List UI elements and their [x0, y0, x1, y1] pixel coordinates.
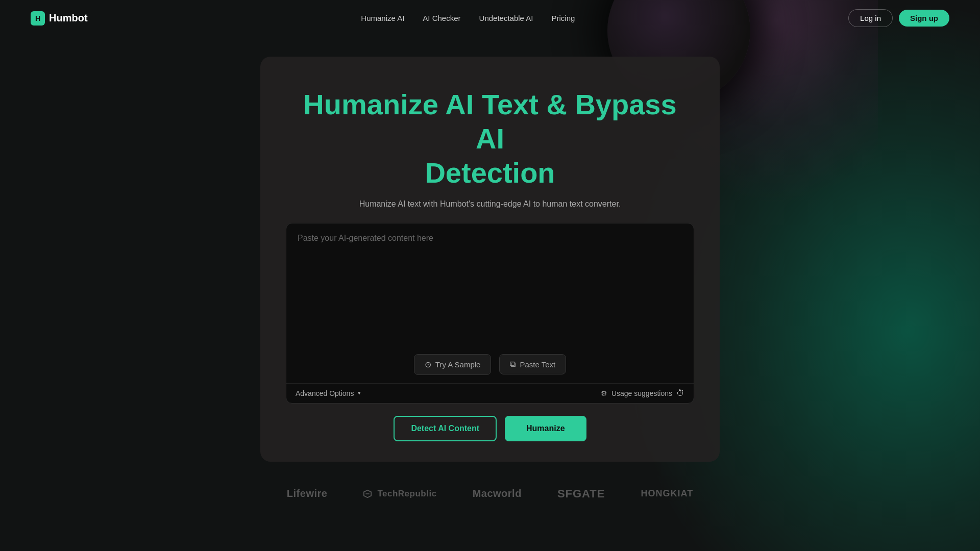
nav-undetectable-ai[interactable]: Undetectable AI: [479, 14, 533, 22]
brand-sfgate: SFGATE: [557, 487, 605, 500]
usage-suggestions-area: ⚙ Usage suggestions ⏱: [601, 389, 684, 398]
logo[interactable]: H Humbot: [31, 11, 88, 26]
hero-title-line1: Humanize AI Text & Bypass AI: [303, 88, 676, 155]
ai-text-input[interactable]: [286, 223, 694, 346]
try-sample-button[interactable]: ⊙ Try A Sample: [414, 354, 492, 375]
paste-text-button[interactable]: ⧉ Paste Text: [499, 354, 566, 374]
chevron-down-icon: ▾: [358, 390, 361, 396]
nav-pricing[interactable]: Pricing: [551, 14, 575, 22]
usage-suggestions-label: Usage suggestions: [611, 389, 672, 397]
logo-icon: H: [31, 11, 45, 26]
brand-techrepublic: TechRepublic: [363, 489, 436, 499]
detect-ai-button[interactable]: Detect AI Content: [394, 416, 497, 441]
paste-text-label: Paste Text: [520, 360, 555, 369]
paste-icon: ⧉: [510, 360, 516, 369]
login-button[interactable]: Log in: [848, 9, 893, 27]
signup-button[interactable]: Sign up: [899, 10, 949, 27]
usage-icon: ⚙: [601, 389, 607, 397]
brand-macworld: Macworld: [473, 488, 522, 499]
humanize-button[interactable]: Humanize: [505, 416, 586, 441]
brand-hongkiat: HONGKIAT: [641, 488, 693, 499]
nav-ai-checker[interactable]: AI Checker: [423, 14, 460, 22]
history-icon[interactable]: ⏱: [676, 389, 684, 398]
textarea-actions: ⊙ Try A Sample ⧉ Paste Text: [286, 346, 694, 383]
nav-actions: Log in Sign up: [848, 9, 949, 27]
brands-section: Lifewire TechRepublic Macworld SFGATE HO…: [0, 487, 980, 500]
nav-links: Humanize AI AI Checker Undetectable AI P…: [361, 14, 575, 22]
action-buttons: Detect AI Content Humanize: [394, 416, 586, 441]
sample-icon: ⊙: [425, 360, 431, 369]
hero-title-line2: Detection: [425, 157, 555, 189]
hero-card: Humanize AI Text & Bypass AI Detection H…: [260, 57, 720, 462]
advanced-options-label: Advanced Options: [296, 389, 354, 397]
text-input-box: ⊙ Try A Sample ⧉ Paste Text Advanced Opt…: [286, 223, 694, 404]
main-content: Humanize AI Text & Bypass AI Detection H…: [0, 36, 980, 462]
try-sample-label: Try A Sample: [435, 360, 481, 369]
logo-text: Humbot: [49, 12, 88, 24]
hero-subtitle: Humanize AI text with Humbot's cutting-e…: [359, 199, 621, 209]
navbar: H Humbot Humanize AI AI Checker Undetect…: [0, 0, 980, 36]
hero-title: Humanize AI Text & Bypass AI Detection: [286, 87, 694, 190]
nav-humanize-ai[interactable]: Humanize AI: [361, 14, 404, 22]
brand-lifewire: Lifewire: [287, 488, 328, 499]
advanced-options-toggle[interactable]: Advanced Options ▾: [296, 389, 361, 397]
text-box-footer: Advanced Options ▾ ⚙ Usage suggestions ⏱: [286, 383, 694, 403]
